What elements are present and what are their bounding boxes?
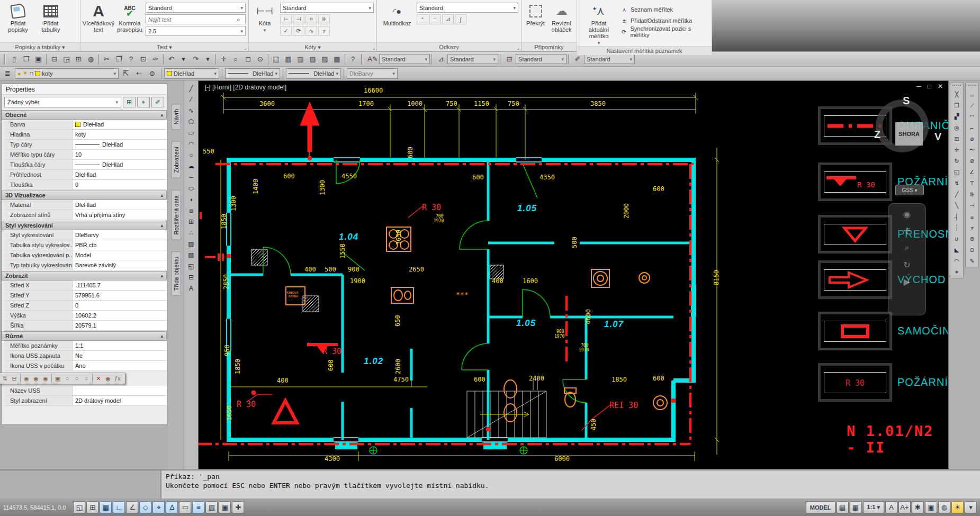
toolbar-lock-icon[interactable]: ▣	[925, 501, 937, 513]
zoom-previous-icon[interactable]: ⊙	[254, 53, 266, 65]
performance-icon[interactable]: ☀	[951, 501, 964, 513]
drawing-canvas[interactable]: [-] [Horní] [2D drátový model] ─ □ ✕	[198, 80, 949, 469]
redo-button[interactable]: ↷	[190, 53, 202, 65]
command-input-line[interactable]	[166, 490, 976, 499]
dim-break-icon[interactable]: ≠	[966, 222, 978, 233]
fx-icon[interactable]: ƒx	[113, 374, 122, 383]
toggle-pickadd-button[interactable]: ⊞	[123, 97, 136, 107]
join-icon[interactable]: ∪	[951, 233, 963, 245]
layer-combo[interactable]: ● ☀ ⊓ koty ▾	[15, 68, 119, 79]
layer-freeze-icon[interactable]: ○	[62, 374, 72, 383]
selection-combo[interactable]: Žádný výběr▾	[4, 97, 121, 107]
array-icon[interactable]: ⊞	[951, 133, 963, 144]
fillet-icon[interactable]: ◠	[951, 256, 963, 267]
annotation-autoscale-icon[interactable]: A+	[898, 501, 911, 513]
insert-block-icon[interactable]: ⧈	[185, 205, 197, 216]
property-value[interactable]: Barevně závislý	[73, 260, 167, 270]
dim-style-toolbar-combo[interactable]: Standard▾	[447, 54, 498, 64]
property-value[interactable]: PBŘ.ctb	[73, 240, 167, 250]
layer-match-icon[interactable]: ⊟	[10, 374, 19, 383]
mtext-button[interactable]: A Víceřádkový text	[83, 2, 114, 38]
property-value[interactable]	[73, 386, 167, 395]
property-value[interactable]: -111405.7	[73, 280, 167, 290]
erase-icon[interactable]: ╳	[951, 89, 963, 100]
extend-icon[interactable]: ╲	[951, 200, 963, 211]
panel-title[interactable]: Popisky a tabulky ▾	[0, 42, 80, 51]
layer-lock-icon[interactable]: ▣	[53, 374, 62, 383]
point-icon[interactable]: ∴	[185, 227, 197, 238]
property-value[interactable]: 20579.1	[73, 321, 167, 330]
dim-style-combo[interactable]: Standard▾	[280, 3, 374, 13]
ducs-toggle[interactable]: Δ	[166, 501, 178, 513]
undo-dropdown[interactable]: ▾	[177, 53, 190, 65]
dim-aligned-icon[interactable]: ⟋	[966, 100, 978, 111]
tool-palettes-icon[interactable]: ▥	[294, 53, 307, 65]
baseline-dim-icon[interactable]: ⊪	[966, 189, 978, 200]
window-close-icon[interactable]: ✕	[938, 83, 943, 90]
layer-on-icon[interactable]: ◉	[22, 374, 31, 383]
mirror-icon[interactable]: ▞	[951, 111, 963, 122]
ellipse-icon[interactable]: ⬭	[185, 183, 197, 194]
property-value[interactable]: koty	[73, 130, 167, 139]
dim-diameter-icon[interactable]: ⊘	[966, 156, 978, 167]
chamfer-icon[interactable]: ◣	[951, 245, 963, 256]
palette-tab[interactable]: Zobrazení	[172, 141, 181, 178]
stretch-icon[interactable]: ↯	[951, 178, 963, 189]
property-value[interactable]: DleBarvy	[73, 230, 167, 240]
toolbar-grip[interactable]	[4, 54, 6, 65]
palette-tab[interactable]: Rozšířená data	[172, 190, 181, 240]
copy-icon[interactable]: ❐	[113, 53, 125, 65]
quick-dim-icon[interactable]: ⊤	[966, 178, 978, 189]
select-objects-button[interactable]: ⌖	[137, 97, 150, 107]
section-header[interactable]: Obecné▴	[2, 110, 167, 120]
ucs-move-icon[interactable]: ⇅	[0, 374, 10, 383]
zoom-window-icon[interactable]: ◻	[242, 53, 254, 65]
construction-line-icon[interactable]: ⁄	[185, 94, 197, 105]
section-header[interactable]: Zobrazit▴	[2, 271, 167, 280]
explode-icon[interactable]: ✶	[951, 267, 963, 278]
viewcube-context-menu[interactable]: GSS ▾	[895, 185, 924, 195]
property-value[interactable]: DleHlad	[73, 120, 167, 129]
showmotion-icon[interactable]: ▶	[899, 275, 915, 288]
panel-title[interactable]: Text ▾⌟	[80, 42, 248, 51]
sync-scale-positions-button[interactable]: ⟳ Synchronizovat pozici s měřítky	[620, 27, 709, 37]
dim-check-icon[interactable]: ✓	[280, 26, 292, 36]
revcloud-button[interactable]: ☁ Revizní obláček	[549, 2, 574, 38]
dim-angular-icon[interactable]: ∠	[966, 167, 978, 178]
continue-dim-icon[interactable]: ⊣	[966, 200, 978, 211]
properties-palette-title[interactable]: Properties	[2, 84, 167, 95]
undo-button[interactable]: ↶	[165, 53, 177, 65]
leader-align-icon[interactable]: ⊿	[442, 14, 454, 24]
layer-previous-icon[interactable]: ⇠	[133, 68, 145, 79]
dimension-button[interactable]: ⊢⊣ Kóta ▾	[251, 2, 278, 38]
viewport-controls[interactable]: [-] [Horní] [2D drátový model]	[205, 84, 286, 91]
leader-collect-icon[interactable]: ∫	[455, 14, 466, 24]
linetype-combo[interactable]: DleHlad▾	[225, 68, 280, 79]
toolbar-grip[interactable]	[952, 85, 961, 87]
wipeout-button[interactable]: Překrýt	[524, 2, 547, 38]
ellipse-arc-icon[interactable]: ◖	[185, 194, 197, 205]
quick-view-icon[interactable]: ▦	[850, 501, 862, 513]
property-value[interactable]: Vrhá a přijímá stíny	[73, 210, 167, 220]
panel-title[interactable]: Kóty ▾⌟	[249, 42, 376, 51]
rectangle-icon[interactable]: ▭	[185, 127, 197, 138]
dialog-launcher-icon[interactable]: ⌟	[517, 43, 519, 52]
redo-dropdown[interactable]: ▾	[202, 53, 214, 65]
layout-icon[interactable]: ▤	[837, 501, 849, 513]
plot-preview-icon[interactable]: ◲	[60, 53, 73, 65]
property-value[interactable]: 10602.2	[73, 311, 167, 320]
markup-icon[interactable]: ▨	[319, 53, 331, 65]
table-style-toolbar-combo[interactable]: Standard▾	[516, 54, 567, 64]
palette-tab[interactable]: Návrh	[172, 104, 181, 130]
etransmit-icon[interactable]: ◍	[85, 53, 97, 65]
property-value[interactable]: 1:1	[73, 341, 167, 350]
text-style-toolbar-combo[interactable]: Standard▾	[379, 54, 430, 64]
arc-icon[interactable]: ◠	[185, 138, 197, 149]
dim-reassoc-icon[interactable]: ∿	[305, 26, 317, 36]
property-value[interactable]: DleHlad	[73, 160, 167, 169]
viewcube-west[interactable]: Z	[874, 129, 880, 141]
make-block-icon[interactable]: ⊞	[185, 216, 197, 227]
hatch-icon[interactable]: ▨	[185, 238, 197, 249]
polygon-icon[interactable]: ⬠	[185, 116, 197, 127]
leader-add-icon[interactable]: ⁺	[417, 14, 428, 24]
